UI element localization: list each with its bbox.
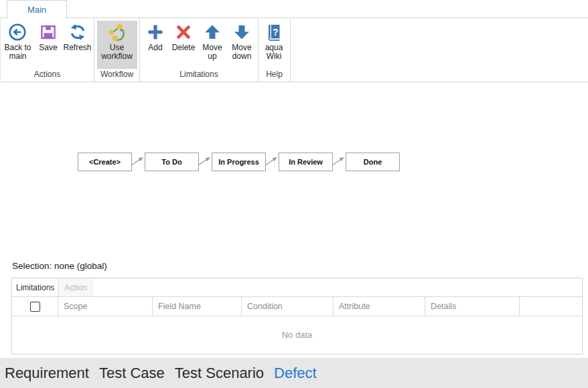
item-type-requirement[interactable]: Requirement: [5, 365, 89, 382]
selection-value: none (global): [54, 261, 107, 271]
button-label: Add: [148, 43, 162, 52]
workflow-step-label: To Do: [161, 158, 181, 166]
move-down-button[interactable]: Move down: [226, 21, 257, 69]
button-label: Use workflow: [97, 43, 137, 61]
limitations-grid-body: No data: [12, 316, 582, 353]
button-label: Back to main: [2, 43, 33, 61]
button-label: Delete: [172, 43, 196, 52]
use-workflow-button[interactable]: Use workflow: [97, 21, 137, 69]
button-label: Move up: [198, 43, 226, 61]
panel-tab-action: Action: [59, 278, 92, 296]
select-all-checkbox[interactable]: [30, 302, 40, 312]
aqua-wiki-button[interactable]: ? aqua Wiki: [259, 21, 289, 69]
workflow-step-create[interactable]: <Create>: [78, 153, 132, 171]
item-type-test-scenario[interactable]: Test Scenario: [175, 365, 264, 382]
ribbon-group-label: Limitations: [140, 69, 258, 82]
column-header-condition[interactable]: Condition: [242, 297, 334, 316]
tab-main[interactable]: Main: [7, 0, 67, 19]
workflow-step-label: <Create>: [89, 158, 121, 166]
workflow-editor-window: Main Back to main: [0, 0, 588, 388]
button-label: Save: [39, 43, 57, 52]
panel-tab-strip: Limitations Action: [12, 278, 582, 297]
workflow-transition-arrow: [132, 153, 145, 171]
workflow-transition-arrow: [333, 153, 346, 171]
move-up-icon: [203, 23, 222, 41]
save-icon: [39, 23, 58, 41]
no-data-message: No data: [282, 330, 313, 340]
ribbon-tab-bar: Main: [0, 0, 588, 18]
panel-tab-label: Limitations: [16, 283, 54, 292]
move-up-button[interactable]: Move up: [198, 21, 226, 69]
limitations-grid-header: Scope Field Name Condition Attribute Det…: [12, 297, 582, 316]
workflow-step-label: In Review: [289, 158, 323, 166]
column-header-field-name[interactable]: Field Name: [153, 297, 242, 316]
header-checkbox-cell: [12, 297, 58, 316]
button-label: Refresh: [64, 43, 92, 52]
workflow-step-label: In Progress: [218, 158, 259, 166]
limitations-panel: Limitations Action Scope Field Name Cond…: [11, 278, 583, 355]
column-header-details[interactable]: Details: [425, 297, 520, 316]
button-label: Move down: [226, 43, 257, 61]
ribbon-group-label: Actions: [1, 69, 94, 82]
panel-tab-limitations[interactable]: Limitations: [12, 278, 59, 296]
ribbon-group-workflow: Use workflow Workflow: [94, 19, 140, 82]
refresh-button[interactable]: Refresh: [62, 21, 93, 69]
ribbon-group-limitations: Add Delete Move up: [140, 19, 259, 82]
selection-status: Selection: none (global): [12, 261, 107, 271]
item-type-defect[interactable]: Defect: [274, 365, 317, 382]
column-header-scope[interactable]: Scope: [58, 297, 153, 316]
back-icon: [8, 23, 27, 41]
workflow-step-todo[interactable]: To Do: [145, 153, 199, 171]
add-button[interactable]: Add: [142, 21, 169, 69]
workflow-diagram: <Create> To Do In Progress In Review Don: [78, 153, 400, 171]
workflow-step-inprogress[interactable]: In Progress: [212, 153, 266, 171]
ribbon-group-help: ? aqua Wiki Help: [259, 19, 291, 82]
workflow-transition-arrow: [199, 153, 212, 171]
column-header-attribute[interactable]: Attribute: [334, 297, 425, 316]
column-header-empty: [520, 297, 582, 316]
svg-text:?: ?: [273, 27, 279, 37]
tab-main-label: Main: [27, 5, 46, 15]
workflow-step-label: Done: [364, 158, 382, 166]
move-down-icon: [232, 23, 251, 41]
workflow-step-done[interactable]: Done: [346, 153, 400, 171]
save-button[interactable]: Save: [35, 21, 62, 69]
ribbon-group-label: Help: [259, 69, 290, 82]
ribbon-group-actions: Back to main Save: [1, 19, 94, 82]
item-type-bar: Requirement Test Case Test Scenario Defe…: [0, 358, 588, 388]
panel-tab-label: Action: [64, 283, 86, 292]
delete-icon: [174, 23, 193, 41]
wiki-help-icon: ?: [265, 23, 283, 41]
button-label: aqua Wiki: [259, 43, 289, 61]
item-type-test-case[interactable]: Test Case: [99, 365, 165, 382]
back-to-main-button[interactable]: Back to main: [2, 21, 33, 69]
add-icon: [146, 23, 165, 41]
refresh-icon: [68, 23, 87, 41]
workflow-step-inreview[interactable]: In Review: [279, 153, 333, 171]
ribbon-group-label: Workflow: [94, 69, 139, 82]
delete-button[interactable]: Delete: [169, 21, 198, 69]
use-workflow-icon: [108, 23, 127, 41]
selection-label: Selection:: [12, 261, 52, 271]
ribbon: Back to main Save: [0, 19, 588, 82]
workflow-transition-arrow: [266, 153, 279, 171]
